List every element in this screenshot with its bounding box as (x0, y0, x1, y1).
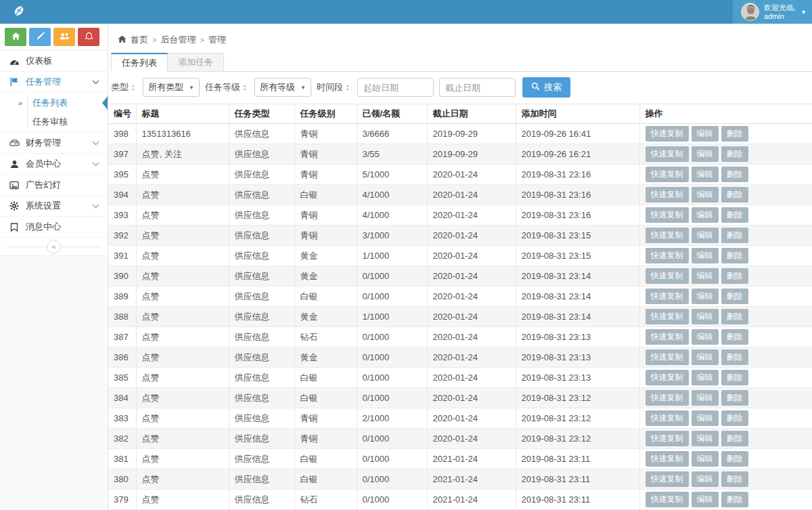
delete-button[interactable]: 删除 (721, 349, 748, 365)
delete-button[interactable]: 删除 (721, 471, 748, 487)
delete-button[interactable]: 删除 (721, 390, 748, 406)
delete-button[interactable]: 删除 (721, 289, 748, 304)
table-cell: 387 (108, 327, 136, 347)
edit-button[interactable]: 编辑 (692, 390, 719, 406)
quick-copy-button[interactable]: 快速复制 (646, 268, 689, 284)
quick-copy-button[interactable]: 快速复制 (646, 167, 689, 182)
quick-copy-button[interactable]: 快速复制 (646, 228, 689, 243)
notifications-button[interactable] (78, 28, 99, 46)
home-button[interactable] (5, 28, 26, 46)
delete-button[interactable]: 删除 (721, 207, 748, 223)
members-quick-button[interactable] (53, 28, 75, 46)
edit-button[interactable]: 编辑 (692, 349, 719, 365)
tab-add-task[interactable]: 添加任务 (168, 53, 224, 71)
table-cell: 2019-08-31 23:12 (516, 388, 639, 408)
table-cell: 黄金 (294, 347, 357, 368)
quick-copy-button[interactable]: 快速复制 (646, 309, 689, 324)
app-logo[interactable] (0, 0, 108, 24)
actions-cell: 快速复制编辑删除 (639, 347, 812, 368)
quick-copy-button[interactable]: 快速复制 (646, 451, 689, 467)
user-menu[interactable]: 欢迎光临, admin ▾ (733, 0, 812, 24)
sidebar-item-settings[interactable]: 系统设置 (0, 196, 108, 217)
delete-button[interactable]: 删除 (721, 410, 748, 426)
delete-button[interactable]: 删除 (721, 492, 748, 507)
edit-button[interactable]: 编辑 (692, 370, 719, 385)
edit-button[interactable]: 编辑 (692, 471, 719, 487)
sidebar-filler (0, 256, 108, 510)
sidebar-item-members[interactable]: 会员中心 (0, 154, 108, 175)
table-cell: 供应信息 (229, 185, 294, 205)
edit-button[interactable]: 编辑 (692, 268, 719, 284)
edit-button[interactable]: 编辑 (692, 187, 719, 203)
delete-button[interactable]: 删除 (721, 431, 748, 446)
sidebar-item-task-review[interactable]: 任务审核 (0, 112, 108, 131)
sidebar-item-messages[interactable]: 消息中心 (0, 217, 108, 238)
table-cell: 383 (108, 408, 136, 429)
quick-copy-button[interactable]: 快速复制 (646, 248, 689, 263)
edit-button[interactable]: 编辑 (692, 167, 719, 182)
quick-copy-button[interactable]: 快速复制 (646, 207, 689, 223)
delete-button[interactable]: 删除 (721, 268, 748, 284)
quick-copy-button[interactable]: 快速复制 (646, 289, 689, 304)
breadcrumb-backend[interactable]: 后台管理 (160, 34, 196, 46)
delete-button[interactable]: 删除 (721, 167, 748, 182)
delete-button[interactable]: 删除 (721, 451, 748, 467)
task-table: 编号标题任务类型任务级别已领/名额截止日期添加时间操作 398135131361… (108, 104, 812, 510)
edit-button[interactable]: 编辑 (692, 207, 719, 223)
edit-button[interactable]: 编辑 (692, 126, 719, 142)
delete-button[interactable]: 删除 (721, 248, 748, 263)
edit-button[interactable]: 编辑 (692, 309, 719, 324)
sidebar-item-dashboard[interactable]: 仪表板 (0, 51, 108, 72)
edit-button[interactable]: 编辑 (692, 228, 719, 243)
quick-copy-button[interactable]: 快速复制 (646, 410, 689, 426)
quick-copy-button[interactable]: 快速复制 (646, 370, 689, 385)
quick-copy-button[interactable]: 快速复制 (646, 126, 689, 142)
edit-button[interactable]: 编辑 (692, 410, 719, 426)
edit-button[interactable]: 编辑 (692, 451, 719, 467)
quick-copy-button[interactable]: 快速复制 (646, 329, 689, 345)
delete-button[interactable]: 删除 (721, 187, 748, 203)
breadcrumb-separator: > (200, 36, 204, 44)
table-cell: 青铜 (294, 165, 357, 185)
table-cell: 点赞 (136, 266, 229, 286)
edit-button[interactable]: 编辑 (692, 248, 719, 263)
delete-button[interactable]: 删除 (721, 228, 748, 243)
table-cell: 2020-01-24 (427, 327, 516, 347)
sidebar-item-finance[interactable]: 财务管理 (0, 133, 108, 154)
edit-button[interactable]: 编辑 (692, 329, 719, 345)
table-cell: 白银 (294, 469, 357, 490)
quick-copy-button[interactable]: 快速复制 (646, 187, 689, 203)
tab-task-list[interactable]: 任务列表 (111, 53, 168, 72)
leaf-logo-icon (12, 3, 26, 21)
edit-button[interactable]: 编辑 (692, 492, 719, 507)
quick-copy-button[interactable]: 快速复制 (646, 492, 689, 507)
delete-button[interactable]: 删除 (721, 309, 748, 324)
sidebar-item-task-management[interactable]: 任务管理 (0, 72, 108, 93)
sidebar-item-task-list[interactable]: » 任务列表 (0, 93, 108, 112)
breadcrumb-home[interactable]: 首页 (131, 34, 148, 46)
sidebar-collapse-button[interactable]: « (0, 238, 108, 256)
sidebar-item-ad-slides[interactable]: 广告幻灯 (0, 175, 108, 196)
quick-copy-button[interactable]: 快速复制 (646, 390, 689, 406)
quick-copy-button[interactable]: 快速复制 (646, 146, 689, 162)
table-cell: 4/1000 (357, 185, 427, 205)
end-date-input[interactable] (439, 78, 516, 97)
quick-copy-button[interactable]: 快速复制 (646, 431, 689, 446)
table-cell: 381 (108, 449, 136, 469)
table-cell: 2021-01-24 (427, 449, 516, 469)
sidebar-item-label: 消息中心 (26, 221, 61, 233)
delete-button[interactable]: 删除 (721, 146, 748, 162)
delete-button[interactable]: 删除 (721, 329, 748, 345)
search-button[interactable]: 搜索 (522, 77, 570, 98)
edit-button[interactable]: 编辑 (692, 289, 719, 304)
delete-button[interactable]: 删除 (721, 126, 748, 142)
edit-button[interactable]: 编辑 (692, 431, 719, 446)
delete-button[interactable]: 删除 (721, 370, 748, 385)
edit-button[interactable]: 编辑 (692, 146, 719, 162)
start-date-input[interactable] (357, 78, 434, 97)
quick-copy-button[interactable]: 快速复制 (646, 349, 689, 365)
level-select[interactable]: 所有等级 ▼ (254, 78, 311, 97)
edit-quick-button[interactable] (29, 28, 51, 46)
type-select[interactable]: 所有类型 ▼ (143, 78, 200, 97)
quick-copy-button[interactable]: 快速复制 (646, 471, 689, 487)
